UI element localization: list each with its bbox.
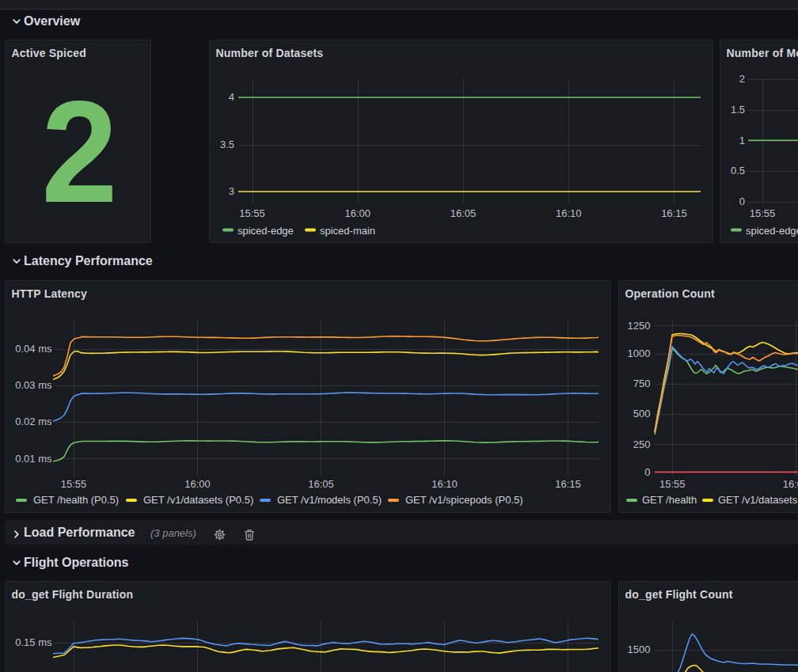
- svg-text:GET /v1/datasets (P0.5): GET /v1/datasets (P0.5): [718, 494, 798, 506]
- svg-text:spiced-edge: spiced-edge: [746, 225, 798, 237]
- svg-text:1000: 1000: [628, 347, 651, 359]
- svg-text:GET /health: GET /health: [642, 494, 697, 506]
- svg-text:16:10: 16:10: [431, 478, 458, 490]
- svg-text:0.01 ms: 0.01 ms: [15, 453, 52, 465]
- svg-text:750: 750: [633, 378, 651, 389]
- svg-text:0.15 ms: 0.15 ms: [15, 636, 52, 648]
- svg-text:0.04 ms: 0.04 ms: [15, 343, 52, 355]
- svg-text:0.02 ms: 0.02 ms: [15, 416, 52, 427]
- svg-text:GET /v1/datasets (P0.5): GET /v1/datasets (P0.5): [143, 494, 253, 506]
- svg-text:3.5: 3.5: [220, 139, 234, 150]
- svg-text:15:55: 15:55: [659, 478, 686, 490]
- svg-text:15:55: 15:55: [61, 478, 87, 490]
- svg-text:GET /v1/models (P0.5): GET /v1/models (P0.5): [277, 494, 382, 506]
- svg-text:16:15: 16:15: [555, 478, 581, 490]
- svg-text:15:55: 15:55: [239, 207, 265, 219]
- svg-text:15:55: 15:55: [750, 207, 776, 219]
- svg-text:16:05: 16:05: [450, 207, 477, 219]
- svg-text:1500: 1500: [628, 644, 651, 655]
- svg-text:0.5: 0.5: [731, 165, 745, 177]
- svg-text:1.5: 1.5: [731, 104, 745, 116]
- svg-text:16:15: 16:15: [661, 207, 687, 219]
- svg-text:16:00: 16:00: [184, 478, 211, 490]
- svg-text:GET /health (P0.5): GET /health (P0.5): [33, 494, 119, 506]
- svg-text:1250: 1250: [628, 320, 651, 332]
- svg-text:0: 0: [739, 196, 745, 207]
- svg-text:16:10: 16:10: [556, 207, 582, 219]
- svg-text:GET /v1/spicepods (P0.5): GET /v1/spicepods (P0.5): [405, 494, 523, 506]
- svg-text:16:00: 16:00: [783, 478, 798, 490]
- svg-text:16:00: 16:00: [345, 207, 371, 219]
- svg-text:1: 1: [739, 135, 745, 146]
- svg-text:0: 0: [644, 466, 650, 478]
- svg-text:250: 250: [633, 439, 651, 450]
- svg-text:3: 3: [229, 185, 234, 197]
- svg-text:0.03 ms: 0.03 ms: [15, 379, 52, 391]
- svg-text:4: 4: [229, 91, 234, 103]
- svg-text:2: 2: [739, 73, 745, 85]
- svg-text:16:05: 16:05: [308, 478, 334, 490]
- svg-text:spiced-main: spiced-main: [320, 225, 375, 237]
- svg-text:500: 500: [633, 408, 651, 420]
- svg-text:spiced-edge: spiced-edge: [238, 225, 294, 237]
